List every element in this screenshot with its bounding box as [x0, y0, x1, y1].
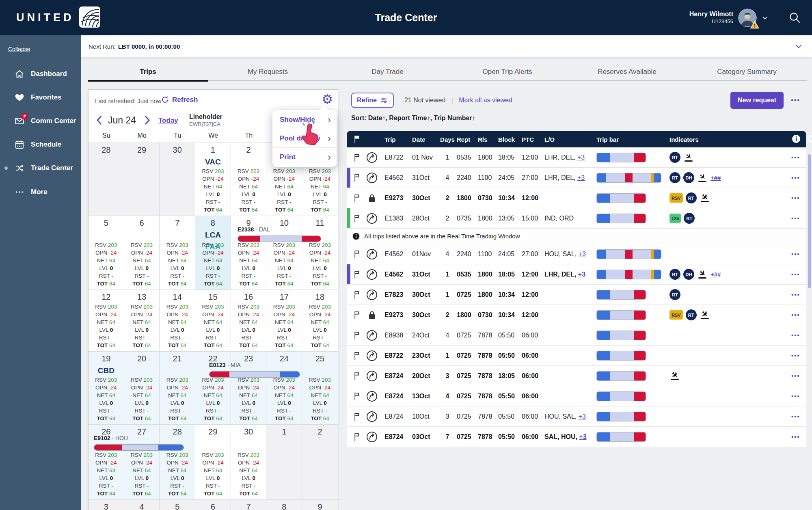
- calendar-day-6[interactable]: 6: [195, 500, 231, 510]
- calendar-day-27[interactable]: 27RSV 203OPN -24NET 64LVL 0RST -TOT 64: [124, 425, 160, 499]
- flag-icon[interactable]: [353, 290, 366, 300]
- avatar[interactable]: [738, 9, 757, 27]
- layover-more-link[interactable]: +3: [579, 413, 586, 420]
- row-overflow-menu-icon[interactable]: •••: [791, 332, 800, 339]
- trip-row-e8938-24oct[interactable]: E893824Oct40725787805:5006:00•••: [347, 325, 806, 346]
- panel-overflow-menu-icon[interactable]: •••: [791, 97, 800, 104]
- menu-item-show-hide[interactable]: Show/Hide›: [272, 110, 337, 129]
- calendar-day-2[interactable]: 2: [302, 425, 338, 499]
- sidebar-item-more[interactable]: More: [0, 180, 81, 204]
- sidebar-item-schedule[interactable]: Schedule: [0, 133, 81, 156]
- layover-more-link[interactable]: +3: [579, 433, 586, 440]
- calendar-day-19[interactable]: 19CBDRSV 203OPN -24NET 64LVL 0RST -TOT 6…: [89, 352, 124, 424]
- row-overflow-menu-icon[interactable]: •••: [791, 174, 800, 181]
- calendar-day-3[interactable]: 3: [89, 500, 124, 510]
- calendar-day-13[interactable]: 13RSV 203OPN -24NET 64LVL 0RST -TOT 64: [124, 290, 160, 351]
- flag-icon[interactable]: [353, 412, 366, 421]
- flag-icon[interactable]: [353, 193, 366, 203]
- flag-icon[interactable]: [353, 310, 366, 320]
- calendar-day-12[interactable]: 12RSV 203OPN -24NET 64LVL 0RST -TOT 64: [89, 290, 124, 351]
- calendar-day-29[interactable]: 29: [124, 143, 160, 216]
- calendar-day-15[interactable]: 15RSV 203OPN -24NET 64LVL 0RST -TOT 64: [195, 290, 231, 351]
- calendar-trip-label-e2338[interactable]: E2338 · DAL: [238, 226, 270, 233]
- calendar-day-4[interactable]: 4: [124, 500, 160, 510]
- row-overflow-menu-icon[interactable]: •••: [791, 393, 800, 400]
- trip-row-e8724-03oct[interactable]: E872403Oct70725787805:5006:00SAL, HOU, +…: [347, 427, 806, 447]
- flag-icon[interactable]: [353, 153, 366, 162]
- calendar-day-28[interactable]: 28: [89, 143, 124, 216]
- refine-button[interactable]: Refine: [351, 93, 394, 108]
- calendar-day-30[interactable]: 30RSV 203OPN -24NET 64LVL 0RST -TOT 64: [231, 425, 267, 499]
- calendar-day-11[interactable]: 11RSV 203OPN -24NET 64LVL 0RST -TOT 64: [302, 216, 338, 290]
- refresh-button[interactable]: Refresh: [161, 95, 198, 104]
- calendar-day-6[interactable]: 6RSV 203OPN -24NET 64LVL 0RST -TOT 64: [124, 216, 160, 290]
- flag-icon[interactable]: [353, 270, 366, 279]
- row-overflow-menu-icon[interactable]: •••: [791, 194, 800, 201]
- indicator-more-link[interactable]: +##: [710, 174, 721, 181]
- trip-row-e8724-10oct[interactable]: E872410Oct30725787805:5006:00HOU, SAL, +…: [347, 406, 806, 427]
- calendar-day-1[interactable]: 1: [266, 425, 302, 499]
- calendar-day-14[interactable]: 14RSV 203OPN -24NET 64LVL 0RST -TOT 64: [160, 290, 195, 351]
- flag-icon[interactable]: [353, 371, 366, 381]
- calendar-day-2[interactable]: 2RSV 203OPN -24NET 64LVL 0RST -TOT 64: [231, 143, 267, 216]
- row-overflow-menu-icon[interactable]: •••: [791, 413, 800, 420]
- next-month-icon[interactable]: [143, 115, 151, 125]
- flag-icon[interactable]: [353, 173, 366, 183]
- row-overflow-menu-icon[interactable]: •••: [791, 271, 800, 278]
- calendar-trip-label-e0123[interactable]: E0123 · MIA: [209, 362, 241, 368]
- search-icon[interactable]: [788, 11, 801, 24]
- calendar-day-5[interactable]: 5: [160, 500, 195, 510]
- new-request-button[interactable]: New request: [730, 92, 784, 109]
- gear-icon[interactable]: ⚙: [322, 91, 333, 108]
- trip-row-e8722-23oct[interactable]: E872223Oct10725787805:5006:00•••: [347, 346, 806, 366]
- calendar-day-21[interactable]: 21RSV 203OPN -24NET 64LVL 0RST -TOT 64: [160, 352, 195, 424]
- trip-row-e1383-28oct[interactable]: E138328Oct20735180013:0515:00IND, ORD125…: [347, 208, 806, 229]
- layover-more-link[interactable]: +3: [577, 154, 585, 161]
- trip-row-e4562-31oct[interactable]: E456231Oct10535180018:0512:00LHR, DEL, +…: [347, 264, 806, 285]
- calendar-day-28[interactable]: 28RSV 203OPN -24NET 64LVL 0RST -TOT 64: [160, 425, 195, 499]
- chevron-down-icon[interactable]: [762, 15, 768, 21]
- tab-trips[interactable]: Trips: [88, 63, 208, 80]
- row-overflow-menu-icon[interactable]: •••: [791, 251, 800, 257]
- row-overflow-menu-icon[interactable]: •••: [791, 372, 800, 379]
- flag-icon[interactable]: [353, 214, 366, 223]
- calendar-day-8[interactable]: 8LCAFAARSV 203OPN -24NET 64LVL 0RST -TOT…: [195, 216, 231, 290]
- calendar-day-7[interactable]: 7: [231, 500, 267, 510]
- menu-item-print[interactable]: Print›: [272, 148, 337, 166]
- calendar-day-17[interactable]: 17RSV 203OPN -24NET 64LVL 0RST -TOT 64: [266, 290, 302, 351]
- trip-row-e8722-01-nov[interactable]: E872201 Nov10535180018:0512:00LHR, DEL, …: [347, 147, 806, 168]
- indicator-more-link[interactable]: +##: [710, 271, 721, 278]
- calendar-day-9[interactable]: 9: [302, 500, 338, 510]
- refresh-table-icon[interactable]: [807, 134, 812, 145]
- calendar-day-30[interactable]: 30: [160, 143, 195, 216]
- flag-icon[interactable]: [353, 331, 366, 340]
- flag-icon[interactable]: [353, 249, 366, 259]
- info-icon[interactable]: [791, 134, 801, 145]
- layover-more-link[interactable]: +3: [577, 174, 585, 181]
- menu-item-pool-display[interactable]: Pool display›: [272, 129, 337, 148]
- tab-reserves-available[interactable]: Reserves Available: [567, 63, 687, 80]
- sidebar-item-trade-center[interactable]: Trade Center: [0, 156, 81, 180]
- calendar-day-18[interactable]: 18RSV 203OPN -24NET 64LVL 0RST -TOT 64: [302, 290, 338, 351]
- trip-row-e9273-30oct[interactable]: E927330Oct21800073010:3412:00RSVRT✈•••: [347, 305, 806, 325]
- tab-my-requests[interactable]: My Requests: [208, 63, 328, 80]
- sidebar-item-favorites[interactable]: Favorites: [0, 86, 81, 109]
- trip-row-e8724-13oct[interactable]: E872413Oct40725787805:5006:00•••: [347, 386, 806, 406]
- layover-more-link[interactable]: +3: [579, 251, 586, 257]
- tab-open-trip-alerts[interactable]: Open Trip Alerts: [447, 63, 567, 80]
- flag-icon[interactable]: [353, 351, 366, 361]
- tab-category-summary[interactable]: Category Summary: [687, 63, 807, 80]
- flag-icon[interactable]: [353, 391, 366, 401]
- tab-day-trade[interactable]: Day Trade: [328, 63, 447, 80]
- calendar-day-20[interactable]: 20RSV 203OPN -24NET 64LVL 0RST -TOT 64: [124, 352, 160, 424]
- row-overflow-menu-icon[interactable]: •••: [791, 352, 800, 359]
- row-overflow-menu-icon[interactable]: •••: [791, 291, 800, 298]
- flag-icon[interactable]: [353, 432, 366, 442]
- row-overflow-menu-icon[interactable]: •••: [791, 215, 800, 222]
- user-menu[interactable]: Henry Wilmott U123456: [689, 0, 768, 35]
- row-overflow-menu-icon[interactable]: •••: [791, 433, 800, 440]
- collapse-link[interactable]: Collapse: [8, 46, 30, 52]
- row-overflow-menu-icon[interactable]: •••: [791, 311, 800, 318]
- calendar-day-5[interactable]: 5RSV 203OPN -24NET 64LVL 0RST -TOT 64: [89, 216, 124, 290]
- trip-row-e4562-01nov[interactable]: E456201Nov42240110024:0527:00HOU, SAL, +…: [347, 244, 806, 264]
